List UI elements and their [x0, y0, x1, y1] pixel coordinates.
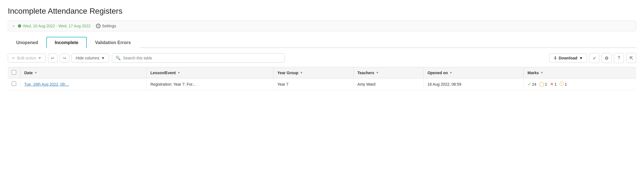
check-icon-0: ✓ [528, 81, 531, 87]
toolbar-left: ✏ Bulk action ▼ ↩ ↪ Hide columns ▼ [8, 54, 109, 62]
mark-cross-0: ✕ 1 [550, 81, 557, 87]
row-date-0: Tue, 16th Aug 2022, 08:... [20, 78, 146, 90]
sort-arrow-year: ▼ [300, 71, 303, 74]
settings-gear-button[interactable]: ⚙ [602, 53, 612, 63]
pencil-icon: ✏ [12, 56, 15, 60]
row-marks-0: ✓ 24 ◯ 1 ✕ 1 ⓘ 1 [523, 78, 636, 90]
row-year-group-0: Year 7 [273, 78, 353, 90]
check-count-0: 24 [532, 82, 537, 86]
tab-validation-errors[interactable]: Validation Errors [87, 37, 139, 48]
filter-icon: ▿ [13, 24, 15, 28]
sort-arrow-lesson: ▼ [177, 71, 180, 74]
table-header-row: Date ▼ Lesson/Event ▼ Year Group ▼ [8, 67, 636, 78]
tab-incomplete[interactable]: Incomplete [46, 37, 86, 48]
plus-circle-icon: + [96, 24, 100, 28]
filter-bar: ▿ Wed, 10 Aug 2022 - Wed, 17 Aug 2022 + … [8, 21, 636, 31]
date-range-selector[interactable]: Wed, 10 Aug 2022 - Wed, 17 Aug 2022 [18, 24, 90, 28]
col-date[interactable]: Date ▼ [20, 67, 146, 78]
active-indicator [18, 24, 21, 28]
sort-arrow-date: ▼ [34, 71, 37, 74]
date-range-label: Wed, 10 Aug 2022 - Wed, 17 Aug 2022 [23, 24, 90, 28]
settings-label: Settings [102, 24, 116, 28]
download-icon: ⇩ [554, 56, 557, 60]
select-all-checkbox[interactable] [12, 70, 16, 74]
cross-count-0: 1 [554, 82, 557, 86]
sort-arrow-marks: ▼ [540, 71, 543, 74]
chevron-down-icon: ▼ [579, 56, 583, 60]
expand-icon: ⇱ [629, 56, 633, 61]
row-opened-on-0: 16 Aug 2022, 08:59 [423, 78, 523, 90]
row-checkbox-0[interactable] [12, 81, 16, 86]
date-link-0[interactable]: Tue, 16th Aug 2022, 08:... [24, 82, 69, 86]
bulk-action-button[interactable]: ✏ Bulk action ▼ [8, 54, 46, 62]
row-lesson-0: Registration: Year 7: For... [146, 78, 273, 90]
mark-check-0: ✓ 24 [528, 81, 537, 87]
help-button[interactable]: ? [614, 53, 624, 63]
tabs-bar: Unopened Incomplete Validation Errors [8, 36, 636, 48]
col-marks[interactable]: Marks ▼ [523, 67, 636, 78]
tab-unopened[interactable]: Unopened [8, 37, 46, 48]
undo-button[interactable]: ↩ [48, 54, 57, 62]
bulk-action-label: Bulk action [17, 56, 36, 60]
download-button[interactable]: ⇩ Download ▼ [549, 54, 587, 62]
settings-link[interactable]: + Settings [96, 24, 116, 28]
undo-icon: ↩ [51, 56, 54, 60]
redo-icon: ↪ [63, 56, 66, 60]
redo-button[interactable]: ↪ [60, 54, 69, 62]
chevron-down-icon: ▼ [38, 56, 42, 60]
help-icon: ? [618, 56, 620, 61]
hide-columns-label: Hide columns [76, 56, 99, 60]
warning-circle-icon-0: ◯ [539, 81, 544, 87]
download-label: Download [559, 56, 577, 60]
row-checkbox-cell-0 [8, 78, 20, 90]
mark-question-0: ⓘ 1 [559, 81, 567, 87]
row-teachers-0: Amy Ward [353, 78, 423, 90]
search-input[interactable] [123, 56, 281, 60]
question-count-0: 1 [565, 82, 567, 86]
mark-warning-0: ◯ 1 [539, 81, 547, 87]
sort-arrow-teachers: ▼ [376, 71, 379, 74]
mark-all-button[interactable]: ✓ [589, 53, 599, 63]
table-row: Tue, 16th Aug 2022, 08:... Registration:… [8, 78, 636, 90]
gear-icon: ⚙ [605, 56, 609, 61]
col-lesson-event[interactable]: Lesson/Event ▼ [146, 67, 273, 78]
warning-count-0: 1 [545, 82, 547, 86]
search-wrapper: 🔍 [112, 53, 285, 63]
page-container: Incomplete Attendance Registers ▿ Wed, 1… [0, 0, 644, 97]
data-table: Date ▼ Lesson/Event ▼ Year Group ▼ [8, 67, 636, 90]
sort-arrow-opened: ▼ [450, 71, 452, 74]
toolbar: ✏ Bulk action ▼ ↩ ↪ Hide columns ▼ 🔍 ⇩ D… [8, 53, 636, 63]
col-opened-on[interactable]: Opened on ▼ [423, 67, 523, 78]
search-icon: 🔍 [116, 56, 121, 61]
chevron-down-icon: ▼ [101, 56, 105, 60]
select-all-cell [8, 67, 20, 78]
hide-columns-button[interactable]: Hide columns ▼ [71, 54, 109, 62]
toolbar-right: ⇩ Download ▼ ✓ ⚙ ? ⇱ [549, 53, 636, 63]
expand-button[interactable]: ⇱ [626, 53, 636, 63]
page-title: Incomplete Attendance Registers [8, 7, 636, 16]
checkmark-icon: ✓ [593, 56, 596, 61]
col-teachers[interactable]: Teachers ▼ [353, 67, 423, 78]
col-year-group[interactable]: Year Group ▼ [273, 67, 353, 78]
cross-icon-0: ✕ [550, 81, 554, 87]
question-icon-0: ⓘ [559, 81, 564, 87]
